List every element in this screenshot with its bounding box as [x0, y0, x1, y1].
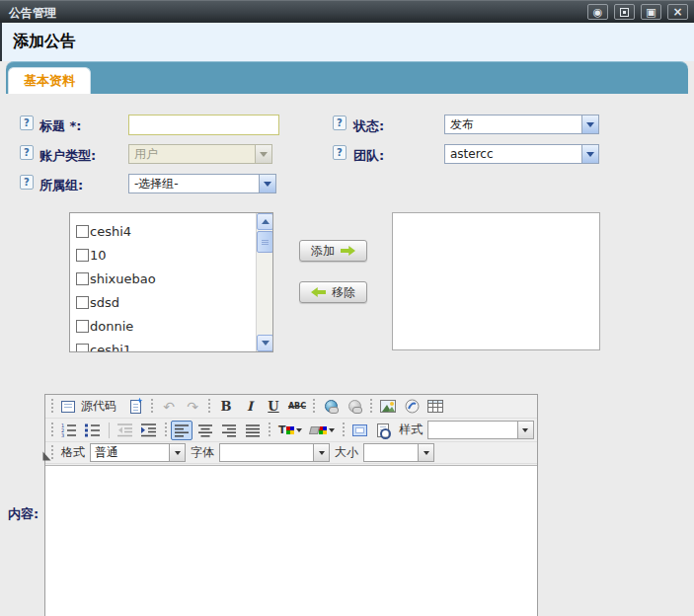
item-checkbox[interactable] — [76, 272, 89, 285]
help-icon[interactable]: ? — [20, 175, 34, 190]
scroll-down-button[interactable] — [257, 335, 273, 351]
selected-groups-listbox[interactable] — [392, 212, 600, 350]
new-page-icon — [130, 400, 141, 414]
window-refresh-button[interactable]: ◉ — [587, 4, 608, 20]
insert-image-button[interactable] — [377, 397, 399, 417]
item-label: donnie — [90, 319, 133, 334]
help-icon[interactable]: ? — [333, 145, 347, 160]
list-item[interactable]: ceshi4 — [76, 219, 256, 243]
remove-button[interactable]: 移除 — [299, 281, 367, 303]
bullet-list-icon — [85, 423, 101, 437]
window-title: 公告管理 — [9, 5, 56, 22]
insert-link-button[interactable] — [320, 397, 342, 417]
window-minimize-button[interactable]: ▣ — [641, 4, 661, 20]
text-color-button[interactable]: T — [275, 421, 305, 440]
align-justify-button[interactable] — [242, 421, 264, 440]
undo-icon: ↶ — [163, 399, 175, 415]
listbox-scrollbar[interactable] — [256, 213, 272, 351]
italic-button[interactable]: I — [239, 397, 261, 417]
source-button[interactable]: 源代码 — [58, 397, 122, 417]
editor-content-area[interactable] — [45, 465, 537, 616]
underline-icon: U — [268, 399, 278, 414]
size-combo[interactable] — [363, 443, 434, 462]
toolbar-separator — [109, 423, 110, 438]
help-icon[interactable]: ? — [20, 116, 34, 130]
size-label: 大小 — [335, 444, 358, 461]
keyboard-panel-icon — [352, 424, 367, 436]
format-combo[interactable]: 普通 — [90, 443, 186, 462]
toolbar-grip-icon — [164, 422, 168, 438]
help-icon[interactable]: ? — [333, 116, 347, 130]
bold-icon: B — [221, 399, 232, 414]
align-right-button[interactable] — [218, 421, 240, 440]
tab-basic-info-label: 基本资料 — [24, 72, 75, 90]
universal-keyboard-button[interactable] — [348, 421, 370, 440]
item-checkbox[interactable] — [76, 225, 89, 238]
item-checkbox[interactable] — [76, 344, 89, 352]
strikethrough-button[interactable]: ABC — [286, 397, 308, 417]
preview-icon — [377, 424, 389, 437]
style-label: 样式 — [399, 422, 423, 438]
available-groups-listbox[interactable]: ceshi410shixuebaosdsddonnieceshi1gudegua — [69, 212, 273, 352]
new-page-button[interactable] — [124, 397, 146, 417]
insert-flash-button[interactable] — [401, 397, 423, 417]
preview-button[interactable] — [372, 421, 394, 440]
chevron-down-icon — [581, 116, 598, 133]
page-title: 添加公告 — [13, 32, 76, 52]
scrollbar-thumb[interactable] — [257, 231, 273, 253]
outdent-icon — [117, 423, 133, 437]
remove-link-button[interactable] — [344, 397, 365, 417]
align-center-button[interactable] — [194, 421, 216, 440]
tab-basic-info[interactable]: 基本资料 — [8, 67, 91, 94]
text-color-icon: T — [278, 424, 286, 436]
item-checkbox[interactable] — [76, 320, 89, 333]
toolbar-grip-icon — [369, 398, 373, 415]
align-left-button[interactable] — [171, 421, 193, 440]
item-label: shixuebao — [90, 271, 156, 286]
window-close-button[interactable]: × — [667, 4, 688, 20]
maximize-icon — [620, 8, 629, 17]
decrease-indent-button[interactable] — [115, 421, 136, 440]
ordered-list-button[interactable]: 123 — [58, 421, 80, 440]
increase-indent-button[interactable] — [138, 421, 160, 440]
bullet-list-button[interactable] — [82, 421, 104, 440]
font-combo[interactable] — [219, 443, 330, 462]
redo-button[interactable]: ↷ — [182, 397, 203, 417]
chevron-down-icon — [255, 145, 271, 163]
bold-button[interactable]: B — [215, 397, 237, 417]
status-select[interactable]: 发布 — [444, 115, 599, 134]
list-item[interactable]: sdsd — [76, 290, 256, 314]
scroll-up-button[interactable] — [257, 213, 273, 230]
list-item[interactable]: ceshi1 — [76, 338, 256, 351]
align-justify-icon — [246, 424, 261, 437]
chevron-down-icon — [418, 444, 433, 461]
link-icon — [325, 400, 338, 413]
toolbar-collapse-icon[interactable] — [43, 452, 51, 461]
italic-icon: I — [247, 399, 253, 414]
background-color-button[interactable] — [307, 421, 338, 440]
item-checkbox[interactable] — [76, 296, 89, 309]
svg-text:3: 3 — [61, 432, 64, 437]
insert-table-button[interactable] — [424, 397, 446, 417]
chevron-down-icon — [259, 175, 275, 192]
indent-icon — [141, 423, 157, 437]
team-select[interactable]: astercc — [444, 144, 599, 164]
rich-text-editor: 源代码 ↶ ↷ B I U ABC — [44, 394, 538, 616]
style-combo[interactable] — [427, 421, 534, 439]
list-item[interactable]: donnie — [76, 314, 256, 338]
editor-toolbar-row-3: 格式 普通 字体 大小 — [45, 442, 537, 464]
list-item[interactable]: 10 — [76, 243, 256, 267]
help-icon[interactable]: ? — [20, 145, 34, 160]
add-button[interactable]: 添加 — [299, 240, 367, 262]
underline-button[interactable]: U — [263, 397, 284, 417]
title-input[interactable] — [128, 115, 279, 135]
chevron-down-icon — [313, 444, 329, 461]
undo-button[interactable]: ↶ — [158, 397, 180, 417]
ordered-list-icon: 123 — [61, 423, 77, 437]
window-maximize-button[interactable] — [614, 4, 635, 20]
toolbar-grip-icon — [342, 422, 346, 438]
group-select[interactable]: -选择组- — [128, 174, 276, 193]
list-item[interactable]: shixuebao — [76, 267, 256, 290]
item-checkbox[interactable] — [76, 249, 89, 262]
chevron-down-icon — [296, 428, 302, 435]
